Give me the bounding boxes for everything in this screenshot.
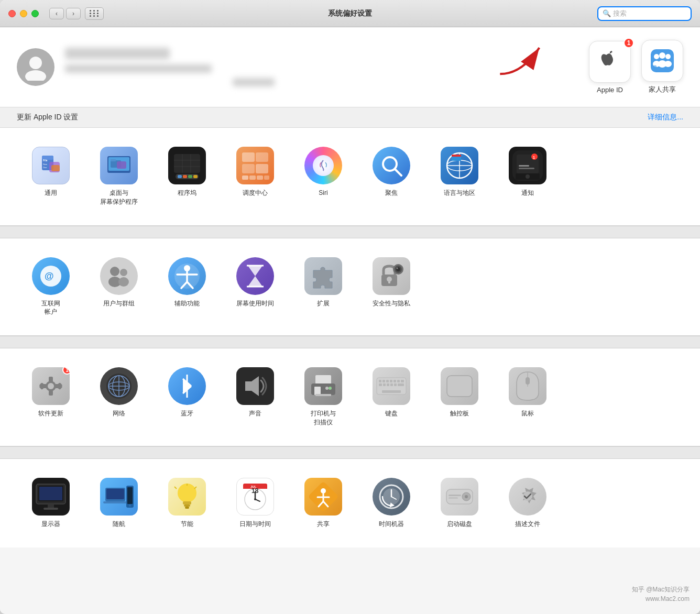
printer-icon-item[interactable]: 打印机与扫描仪	[289, 359, 357, 435]
svg-rect-112	[390, 383, 393, 386]
minimize-button[interactable]	[20, 10, 27, 17]
energy-label: 节能	[181, 520, 193, 529]
display-icon-box	[32, 478, 70, 516]
svg-rect-29	[178, 175, 182, 178]
screentime-icon-item[interactable]: 屏幕使用时间	[221, 249, 289, 325]
display-icon-item[interactable]: 显示器	[17, 469, 85, 537]
svg-rect-108	[401, 380, 404, 382]
svg-rect-73	[388, 281, 390, 283]
svg-rect-115	[382, 390, 401, 393]
desktop-icon-item[interactable]: 桌面与屏幕保护程序	[85, 138, 153, 215]
general-icon: File New One	[38, 152, 64, 179]
handoff-icon-item[interactable]: 随航	[85, 469, 153, 537]
datetime-icon-item[interactable]: 18 JUL 日期与时间	[221, 469, 289, 537]
profile-icon-box	[509, 478, 546, 516]
notifications-icon: 1	[512, 150, 543, 181]
language-label: 语言与地区	[444, 189, 475, 198]
timemachine-icon-item[interactable]: 时间机器	[357, 469, 425, 537]
profile-name-blurred	[65, 48, 170, 59]
chevron-left-icon: ‹	[56, 10, 58, 17]
detail-link[interactable]: 详细信息...	[648, 113, 683, 122]
svg-rect-125	[106, 489, 124, 499]
language-icon-item[interactable]: 语言与地区	[425, 138, 494, 215]
mc-label: 调度中心	[243, 189, 268, 198]
profile-top-icons: 1 Apple ID	[589, 40, 683, 94]
trackpad-icon-item[interactable]: 触控板	[425, 359, 494, 435]
security-label: 安全性与隐私	[373, 299, 410, 308]
forward-button[interactable]: ›	[66, 8, 81, 19]
printer-icon-box	[304, 367, 342, 405]
trackpad-label: 触控板	[450, 409, 469, 418]
screentime-label: 屏幕使用时间	[236, 299, 274, 308]
profile-email-blurred	[65, 64, 212, 73]
system-preferences-window: ‹ › 系统偏好设置 🔍	[0, 0, 700, 614]
general-icon-item[interactable]: File New One 通用	[17, 138, 85, 215]
sharing-icon-item[interactable]: 共享	[289, 469, 357, 537]
software-update-icon	[35, 370, 67, 402]
accessibility-icon-box	[168, 257, 206, 295]
mc-icon-item[interactable]: 调度中心	[221, 138, 289, 215]
family-sharing-label: 家人共享	[649, 85, 676, 94]
update-apple-id-text: 更新 Apple ID 设置	[17, 113, 78, 122]
search-input[interactable]	[613, 9, 686, 17]
back-button[interactable]: ‹	[49, 8, 64, 19]
svg-rect-116	[447, 376, 472, 397]
internet-label: 互联网帐户	[41, 299, 60, 317]
startup-icon-item[interactable]: 启动磁盘	[425, 469, 494, 537]
svg-text:File: File	[43, 159, 48, 162]
svg-point-1	[25, 70, 46, 81]
profile-icon-item[interactable]: 描述文件	[494, 469, 562, 537]
svg-point-10	[653, 65, 657, 69]
svg-rect-118	[526, 377, 530, 385]
svg-rect-107	[397, 380, 400, 382]
svg-rect-114	[398, 383, 404, 386]
family-sharing-item[interactable]: 家人共享	[641, 40, 683, 94]
svg-rect-136	[185, 507, 189, 509]
energy-icon-item[interactable]: 节能	[153, 469, 221, 537]
bluetooth-icon-item[interactable]: 蓝牙	[153, 359, 221, 435]
notifications-icon-item[interactable]: 1 通知	[494, 138, 562, 215]
bluetooth-icon	[172, 371, 202, 401]
apple-id-label: Apple ID	[597, 86, 623, 94]
svg-rect-39	[257, 176, 263, 180]
extensions-icon-item[interactable]: 扩展	[289, 249, 357, 325]
users-icon-item[interactable]: 用户与群组	[85, 249, 153, 325]
maximize-button[interactable]	[31, 10, 39, 17]
general-label: 通用	[45, 189, 57, 198]
extensions-label: 扩展	[317, 299, 330, 308]
svg-point-130	[178, 484, 196, 502]
software-update-icon-item[interactable]: 1 软件更新	[17, 359, 85, 435]
svg-rect-21	[111, 159, 116, 161]
spotlight-icon-box	[373, 147, 410, 184]
icons-section-1: File New One 通用	[0, 128, 700, 226]
energy-icon	[173, 480, 201, 513]
dock-icon	[171, 150, 203, 181]
siri-icon-item[interactable]: Siri	[289, 138, 357, 215]
grid-icon	[90, 10, 100, 17]
startup-icon-box	[441, 478, 478, 516]
search-box[interactable]: 🔍	[597, 6, 692, 21]
close-button[interactable]	[8, 10, 16, 17]
sound-icon-item[interactable]: 声音	[221, 359, 289, 435]
accessibility-icon-item[interactable]: 辅助功能	[153, 249, 221, 325]
language-icon-box	[441, 147, 478, 184]
profile-extra-blurred	[233, 78, 275, 86]
internet-icon-item[interactable]: @ 互联网帐户	[17, 249, 85, 325]
keyboard-icon-item[interactable]: 键盘	[357, 359, 425, 435]
network-icon-item[interactable]: 网络	[85, 359, 153, 435]
icons-grid-2: @ 互联网帐户 用户与群组	[17, 249, 683, 325]
svg-point-4	[654, 54, 659, 59]
spotlight-icon-item[interactable]: 聚焦	[357, 138, 425, 215]
startup-icon	[443, 482, 476, 511]
svg-rect-53	[519, 165, 529, 167]
grid-view-button[interactable]	[85, 7, 104, 20]
svg-point-0	[29, 57, 42, 69]
svg-rect-32	[193, 175, 198, 178]
users-icon	[104, 261, 134, 291]
mouse-icon-item[interactable]: 鼠标	[494, 359, 562, 435]
security-icon-item[interactable]: 安全性与隐私	[357, 249, 425, 325]
extensions-icon	[308, 261, 338, 291]
apple-id-item[interactable]: 1 Apple ID	[589, 41, 631, 94]
update-bar: 更新 Apple ID 设置 详细信息...	[0, 107, 700, 128]
dock-icon-item[interactable]: 程序坞	[153, 138, 221, 215]
